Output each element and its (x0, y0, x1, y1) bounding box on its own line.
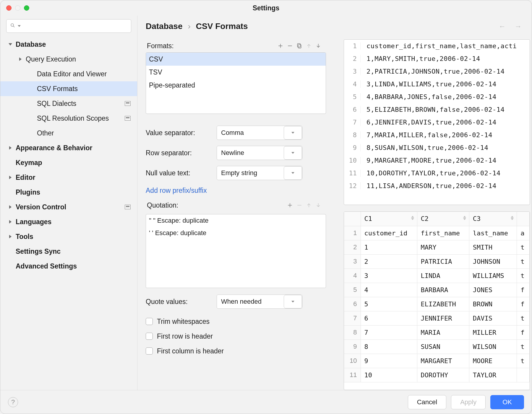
table-cell[interactable]: MILLER (469, 325, 517, 339)
table-cell[interactable]: t (517, 354, 530, 368)
chevron-down-icon (284, 166, 302, 180)
apply-button[interactable]: Apply (451, 395, 486, 409)
breadcrumb-root[interactable]: Database (146, 22, 183, 31)
table-cell[interactable]: 1 (361, 240, 417, 254)
table-cell[interactable]: WILSON (469, 339, 517, 354)
sidebar-item-tools[interactable]: Tools (0, 229, 137, 244)
table-cell[interactable]: BROWN (469, 297, 517, 311)
quote-values-select[interactable]: When needed (217, 295, 302, 309)
ok-button[interactable]: OK (490, 395, 524, 409)
cancel-button[interactable]: Cancel (408, 395, 446, 409)
table-cell[interactable]: 4 (361, 283, 417, 297)
first-row-header-checkbox[interactable]: First row is header (146, 329, 326, 344)
quotation-row[interactable]: ' ' Escape: duplicate (146, 227, 326, 239)
table-cell[interactable]: t (517, 254, 530, 269)
sidebar-item-query-execution[interactable]: Query Execution (0, 52, 137, 67)
back-button[interactable]: ← (497, 22, 507, 30)
table-cell[interactable]: first_name (417, 226, 469, 240)
first-column-header-checkbox[interactable]: First column is header (146, 344, 326, 358)
table-cell[interactable]: 10 (361, 368, 417, 382)
add-row-prefix-link[interactable]: Add row prefix/suffix (146, 187, 326, 195)
table-cell[interactable]: f (517, 297, 530, 311)
formats-list[interactable]: CSVTSVPipe-separated (146, 52, 326, 114)
table-preview[interactable]: C1C2C31customer_idfirst_namelast_namea21… (344, 211, 530, 390)
format-item-tsv[interactable]: TSV (146, 66, 326, 79)
sidebar-item-data-editor-and-viewer[interactable]: Data Editor and Viewer (0, 67, 137, 81)
forward-button[interactable]: → (513, 22, 523, 30)
sidebar-item-languages[interactable]: Languages (0, 214, 137, 229)
add-format-button[interactable] (276, 41, 285, 51)
sidebar-item-plugins[interactable]: Plugins (0, 185, 137, 200)
sidebar-item-settings-sync[interactable]: Settings Sync (0, 244, 137, 259)
sidebar-item-advanced-settings[interactable]: Advanced Settings (0, 259, 137, 274)
table-cell[interactable]: ELIZABETH (417, 297, 469, 311)
table-cell[interactable]: MARIA (417, 325, 469, 339)
trim-whitespaces-checkbox[interactable]: Trim whitespaces (146, 314, 326, 329)
table-cell[interactable]: t (517, 240, 530, 254)
format-item-csv[interactable]: CSV (146, 53, 326, 66)
table-cell[interactable]: JONES (469, 283, 517, 297)
table-cell[interactable]: 9 (361, 354, 417, 368)
table-cell[interactable]: MARGARET (417, 354, 469, 368)
table-cell[interactable]: 6 (361, 311, 417, 325)
quotation-row[interactable]: " " Escape: duplicate (146, 214, 326, 227)
table-cell[interactable]: WILLIAMS (469, 269, 517, 283)
copy-format-button[interactable] (295, 41, 304, 51)
text-preview[interactable]: 1customer_id,first_name,last_name,acti21… (344, 39, 530, 205)
table-cell[interactable]: a (517, 226, 530, 240)
table-cell[interactable]: 7 (361, 325, 417, 339)
sidebar-item-keymap[interactable]: Keymap (0, 155, 137, 170)
table-cell[interactable]: DAVIS (469, 311, 517, 325)
sidebar-item-database[interactable]: Database (0, 37, 137, 52)
row-separator-select[interactable]: Newline (217, 146, 302, 160)
sidebar-item-other[interactable]: Other (0, 126, 137, 140)
column-header[interactable]: C2 (417, 212, 469, 226)
table-cell[interactable]: JOHNSON (469, 254, 517, 269)
remove-quotation-button[interactable] (295, 200, 304, 210)
column-header[interactable] (517, 212, 530, 226)
move-up-button[interactable] (304, 41, 314, 51)
table-cell[interactable]: f (517, 283, 530, 297)
table-cell[interactable]: last_name (469, 226, 517, 240)
sidebar-item-version-control[interactable]: Version Control (0, 200, 137, 214)
table-cell[interactable]: customer_id (361, 226, 417, 240)
sidebar-item-sql-resolution-scopes[interactable]: SQL Resolution Scopes (0, 111, 137, 126)
table-cell[interactable]: LINDA (417, 269, 469, 283)
search-input[interactable] (6, 19, 131, 33)
column-header[interactable]: C3 (469, 212, 517, 226)
table-cell[interactable]: DOROTHY (417, 368, 469, 382)
table-cell[interactable]: 3 (361, 269, 417, 283)
table-cell[interactable]: MOORE (469, 354, 517, 368)
table-cell[interactable]: 2 (361, 254, 417, 269)
sidebar-item-sql-dialects[interactable]: SQL Dialects (0, 96, 137, 111)
table-cell[interactable]: MARY (417, 240, 469, 254)
help-button[interactable]: ? (8, 397, 18, 407)
table-cell[interactable]: JENNIFER (417, 311, 469, 325)
sidebar-item-editor[interactable]: Editor (0, 170, 137, 185)
table-cell[interactable]: TAYLOR (469, 368, 517, 382)
search-history-dropdown-icon[interactable] (18, 25, 21, 27)
table-cell[interactable]: t (517, 339, 530, 354)
quotation-down-button[interactable] (314, 200, 323, 210)
move-down-button[interactable] (314, 41, 323, 51)
table-cell[interactable] (517, 368, 530, 382)
table-cell[interactable]: PATRICIA (417, 254, 469, 269)
table-cell[interactable]: t (517, 269, 530, 283)
table-cell[interactable]: SUSAN (417, 339, 469, 354)
table-cell[interactable]: 8 (361, 339, 417, 354)
null-value-select[interactable]: Empty string (217, 166, 302, 180)
table-cell[interactable]: 5 (361, 297, 417, 311)
table-cell[interactable]: f (517, 325, 530, 339)
sidebar-item-appearance-behavior[interactable]: Appearance & Behavior (0, 140, 137, 155)
column-header[interactable]: C1 (361, 212, 417, 226)
table-cell[interactable]: BARBARA (417, 283, 469, 297)
sidebar-item-csv-formats[interactable]: CSV Formats (0, 81, 137, 96)
value-separator-select[interactable]: Comma (217, 126, 302, 140)
quotation-up-button[interactable] (304, 200, 314, 210)
table-cell[interactable]: t (517, 311, 530, 325)
quotation-list[interactable]: " " Escape: duplicate' ' Escape: duplica… (146, 214, 326, 288)
table-cell[interactable]: SMITH (469, 240, 517, 254)
remove-format-button[interactable] (285, 41, 295, 51)
add-quotation-button[interactable] (285, 200, 295, 210)
format-item-pipe-separated[interactable]: Pipe-separated (146, 79, 326, 92)
